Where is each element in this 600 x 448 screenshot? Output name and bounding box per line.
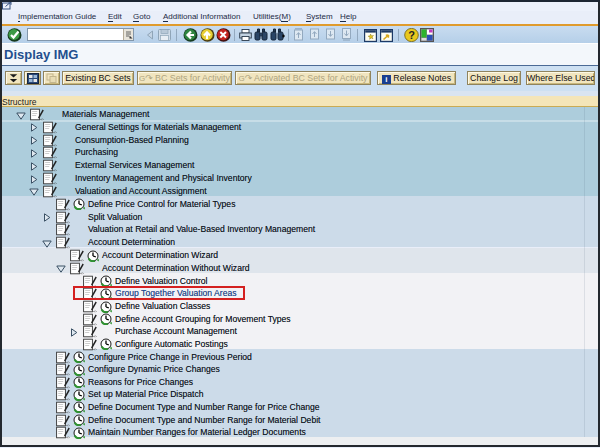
- svg-text:?: ?: [408, 29, 415, 41]
